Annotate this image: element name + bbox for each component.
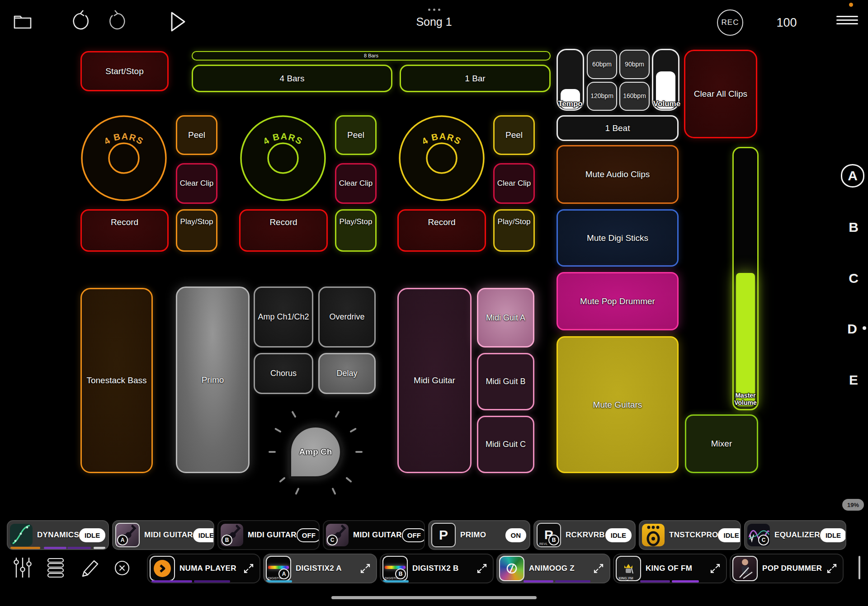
peel-label: Peel: [505, 130, 523, 141]
plugin-tile-tnstckpro[interactable]: TNSTCKPRO IDLE: [639, 520, 741, 550]
instrument-tile-digistix2-a[interactable]: DIGISTIX A DIGISTIX2 A: [263, 554, 377, 583]
channel-letter-badge: A: [278, 568, 289, 579]
instrument-tile-digistix2-b[interactable]: DIGISTIX B DIGISTIX2 B: [380, 554, 494, 583]
page-tab-e[interactable]: E: [840, 372, 867, 388]
expand-icon[interactable]: [476, 562, 488, 575]
delay-button[interactable]: Delay: [318, 353, 376, 394]
plugin-tile-midi-guitar-c[interactable]: C MIDI GUITAR OFF: [323, 520, 425, 550]
expand-icon[interactable]: [709, 562, 722, 575]
plugin-name: MIDI GUITAR: [243, 531, 297, 540]
instrument-name: ANIMOOG Z: [524, 564, 592, 573]
tempo-slider[interactable]: Tempo: [557, 49, 584, 111]
peel-button-2[interactable]: Peel: [335, 115, 377, 155]
rec-button[interactable]: REC: [717, 9, 743, 36]
peel-button-1[interactable]: Peel: [176, 115, 217, 155]
page-tab-c[interactable]: C: [840, 271, 867, 286]
battery-badge: 19%: [842, 499, 864, 511]
instrument-row-scrollbar[interactable]: [859, 556, 860, 579]
mute-audio-clips-button[interactable]: Mute Audio Clips: [557, 145, 679, 204]
tempo-slider-label: Tempo: [558, 99, 583, 108]
menu-button[interactable]: [836, 14, 858, 31]
window-handle-dots[interactable]: [0, 5, 868, 13]
start-stop-button[interactable]: Start/Stop: [80, 51, 169, 91]
instrument-tile-pop-drummer[interactable]: POP DRUMMER: [730, 554, 844, 583]
clear-clip-button-2[interactable]: Clear Clip: [335, 163, 377, 204]
looper-dial-3[interactable]: 4 BARS: [397, 114, 486, 202]
bar8-label: 8 Bars: [364, 53, 378, 59]
midi-guit-a-label: Midi Guit A: [486, 313, 525, 323]
bpm-60-button[interactable]: 60bpm: [587, 50, 617, 79]
bar8-button[interactable]: 8 Bars: [192, 51, 551, 61]
channel-list-button[interactable]: [43, 554, 68, 581]
midi-guit-a-button[interactable]: Midi Guit A: [477, 288, 534, 348]
rckrvrb-icon: R REVL B: [537, 523, 561, 547]
plugin-tile-midi-guitar-a[interactable]: A MIDI GUITAR IDLE: [112, 520, 214, 550]
bpm-120-button[interactable]: 120bpm: [587, 82, 617, 111]
bar4-button[interactable]: 4 Bars: [192, 65, 392, 92]
play-stop-label: Play/Stop: [340, 217, 373, 226]
mute-pop-drummer-button[interactable]: Mute Pop Drummer: [557, 272, 679, 330]
midi-guitar-pad[interactable]: Midi Guitar: [397, 288, 472, 473]
mute-guitars-label: Mute Guitars: [593, 399, 642, 410]
clear-clip-button-3[interactable]: Clear Clip: [493, 163, 535, 204]
instrument-tile-animoog-z[interactable]: ANIMOOG Z: [496, 554, 610, 583]
instrument-tile-numa-player[interactable]: NUMA PLAYER: [147, 554, 260, 583]
instrument-name: DIGISTIX2 A: [291, 564, 359, 573]
record-button-1[interactable]: Record: [80, 209, 169, 252]
plugin-tile-rckrvrb[interactable]: R REVL B RCKRVRB IDLE: [533, 520, 636, 550]
tempo-display[interactable]: 100: [764, 16, 809, 30]
page-tab-b[interactable]: B: [840, 220, 867, 235]
plugin-tile-dynamics[interactable]: DYNAMICS IDLE: [7, 520, 109, 550]
looper-dial-2[interactable]: 4 BARS: [239, 114, 327, 202]
bpm-90-button[interactable]: 90bpm: [619, 50, 650, 79]
play-stop-button-3[interactable]: Play/Stop: [493, 209, 535, 252]
overdrive-button[interactable]: Overdrive: [318, 287, 376, 348]
record-button-3[interactable]: Record: [397, 209, 486, 252]
status-badge: IDLE: [820, 528, 846, 542]
expand-icon[interactable]: [242, 562, 255, 575]
page-tab-d[interactable]: D: [839, 321, 866, 337]
looper-dial-1[interactable]: 4 BARS: [80, 114, 168, 202]
one-beat-button[interactable]: 1 Beat: [557, 115, 679, 141]
page-tab-a[interactable]: A: [839, 164, 866, 188]
play-stop-button-2[interactable]: Play/Stop: [335, 209, 377, 252]
expand-icon[interactable]: [359, 562, 372, 575]
dynamics-icon: [10, 524, 33, 546]
primo-icon: P: [431, 523, 456, 547]
peel-label: Peel: [188, 130, 205, 141]
bpm-160-button[interactable]: 160bpm: [619, 82, 650, 111]
plugin-tile-equalizer[interactable]: C EQUALIZER IDLE: [744, 520, 846, 550]
peel-button-3[interactable]: Peel: [493, 115, 535, 155]
mute-guitars-button[interactable]: Mute Guitars: [557, 336, 679, 473]
primo-icon-letter: P: [439, 527, 448, 543]
tonestack-bass-pad[interactable]: Tonestack Bass: [80, 288, 153, 473]
amp-ch1ch2-button[interactable]: Amp Ch1/Ch2: [254, 287, 313, 348]
midi-guit-b-button[interactable]: Midi Guit B: [477, 353, 534, 410]
bar1-button[interactable]: 1 Bar: [400, 65, 551, 92]
status-badge: IDLE: [605, 528, 632, 542]
record-button-2[interactable]: Record: [239, 209, 328, 252]
clear-all-clips-button[interactable]: Clear All Clips: [684, 50, 757, 138]
mute-digi-sticks-button[interactable]: Mute Digi Sticks: [557, 209, 679, 267]
mixer-button[interactable]: Mixer: [685, 414, 758, 473]
volume-slider[interactable]: Volume: [652, 49, 679, 111]
home-indicator[interactable]: [331, 596, 537, 599]
expand-icon[interactable]: [826, 562, 838, 575]
play-stop-button-1[interactable]: Play/Stop: [176, 209, 217, 252]
amp-ch-knob[interactable]: Amp Ch: [289, 425, 342, 479]
edit-button[interactable]: [77, 554, 102, 581]
plugin-tile-midi-guitar-b[interactable]: B MIDI GUITAR OFF: [217, 520, 320, 550]
mixer-view-button[interactable]: [10, 554, 35, 581]
clear-clip-button-1[interactable]: Clear Clip: [176, 163, 217, 204]
clear-all-clips-label: Clear All Clips: [688, 89, 754, 99]
primo-pad[interactable]: Primo: [176, 287, 250, 473]
close-panel-button[interactable]: [111, 557, 133, 579]
instrument-tile-king-of-fm[interactable]: KING_FM KING OF FM: [613, 554, 727, 583]
master-volume-slider[interactable]: Master Volume: [732, 147, 759, 410]
instrument-name: POP DRUMMER: [758, 564, 826, 573]
plugin-tile-primo[interactable]: P PRIMO ON: [428, 520, 530, 550]
master-volume-fill[interactable]: [736, 273, 755, 406]
midi-guit-c-button[interactable]: Midi Guit C: [477, 416, 534, 473]
expand-icon[interactable]: [592, 562, 605, 575]
chorus-button[interactable]: Chorus: [254, 353, 313, 394]
